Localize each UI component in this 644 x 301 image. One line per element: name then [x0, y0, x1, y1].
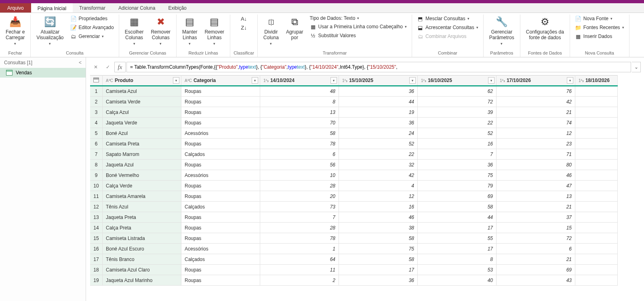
cell-value[interactable]: 19	[339, 107, 418, 118]
cell-value[interactable]	[575, 86, 618, 97]
row-number[interactable]: 16	[90, 244, 103, 254]
cancel-formula-button[interactable]: ✕	[90, 62, 101, 72]
cell-value[interactable]: 13	[260, 107, 339, 118]
row-number[interactable]: 8	[90, 160, 103, 170]
cell-categoria[interactable]: Roupas	[181, 160, 260, 170]
cell-produto[interactable]: Camiseta Azul Claro	[103, 265, 181, 275]
group-by-button[interactable]: ⧉Agrupar por	[284, 15, 306, 42]
cell-categoria[interactable]: Acessórios	[181, 244, 260, 254]
row-number[interactable]: 13	[90, 212, 103, 223]
cell-value[interactable]: 12	[339, 191, 418, 202]
cell-value[interactable]	[575, 107, 618, 118]
cell-value[interactable]: 79	[418, 181, 497, 191]
cell-value[interactable]: 47	[497, 181, 575, 191]
table-row[interactable]: 14Calça PretaRoupas28381715	[90, 223, 618, 233]
data-type-button[interactable]: Tipo de Dados: Texto	[308, 15, 408, 22]
col-header-date1[interactable]: 1²₃14/10/2024▾	[260, 76, 339, 86]
cell-produto[interactable]: Jaqueta Verde	[103, 118, 181, 128]
tab-file[interactable]: Arquivo	[0, 3, 31, 13]
cell-value[interactable]: 72	[497, 233, 575, 244]
cell-categoria[interactable]: Roupas	[181, 118, 260, 128]
cell-categoria[interactable]: Acessórios	[181, 170, 260, 181]
col-header-date4[interactable]: 1²₃17/10/2026▾	[497, 76, 575, 86]
data-source-settings-button[interactable]: ⚙Configurações da fonte de dados	[524, 15, 566, 42]
expand-formula-button[interactable]: ⌄	[632, 62, 641, 72]
advanced-editor-button[interactable]: 📝Editor Avançado	[69, 23, 116, 32]
cell-value[interactable]	[575, 223, 618, 233]
sort-desc-button[interactable]: Z↓	[239, 23, 248, 32]
cell-produto[interactable]: Camiseta Amarela	[103, 191, 181, 202]
col-header-date3[interactable]: 1²₃16/10/2025▾	[418, 76, 497, 86]
cell-categoria[interactable]: Roupas	[181, 97, 260, 107]
cell-value[interactable]: 11	[260, 265, 339, 275]
row-number[interactable]: 2	[90, 97, 103, 107]
remove-rows-button[interactable]: ▤Remover Linhas	[202, 15, 227, 47]
cell-categoria[interactable]: Roupas	[181, 181, 260, 191]
split-column-button[interactable]: ⎅Dividir Coluna	[261, 15, 281, 47]
cell-value[interactable]: 13	[497, 191, 575, 202]
table-menu-button[interactable]	[90, 76, 103, 86]
cell-produto[interactable]: Tênis Branco	[103, 254, 181, 265]
filter-button[interactable]: ▾	[567, 77, 573, 84]
properties-button[interactable]: 📄Propriedades	[69, 15, 116, 23]
cell-value[interactable]: 75	[418, 170, 497, 181]
cell-value[interactable]: 70	[260, 118, 339, 128]
filter-button[interactable]: ▾	[330, 77, 337, 84]
cell-value[interactable]: 24	[339, 128, 418, 139]
cell-value[interactable]	[575, 254, 618, 265]
row-number[interactable]: 12	[90, 202, 103, 212]
cell-value[interactable]	[575, 139, 618, 149]
cell-value[interactable]: 43	[497, 275, 575, 286]
table-row[interactable]: 12Tênis AzulCalçados73165821	[90, 202, 618, 212]
tab-transform[interactable]: Transformar	[73, 3, 112, 13]
cell-value[interactable]: 80	[497, 160, 575, 170]
row-number[interactable]: 17	[90, 254, 103, 265]
tab-add-column[interactable]: Adicionar Coluna	[112, 3, 162, 13]
table-row[interactable]: 13Jaqueta PretaRoupas7464437	[90, 212, 618, 223]
cell-value[interactable]: 4	[339, 181, 418, 191]
cell-value[interactable]	[575, 275, 618, 286]
cell-value[interactable]: 55	[418, 233, 497, 244]
table-row[interactable]: 17Tênis BrancoCalçados6458821	[90, 254, 618, 265]
cell-value[interactable]: 39	[418, 107, 497, 118]
cell-value[interactable]: 58	[418, 202, 497, 212]
cell-value[interactable]: 36	[339, 275, 418, 286]
cell-value[interactable]: 7	[260, 212, 339, 223]
cell-produto[interactable]: Jaqueta Azul	[103, 160, 181, 170]
table-row[interactable]: 16Boné Azul EscuroAcessórios175176	[90, 244, 618, 254]
row-number[interactable]: 3	[90, 107, 103, 118]
cell-value[interactable]: 21	[497, 107, 575, 118]
row-number[interactable]: 19	[90, 275, 103, 286]
cell-value[interactable]: 20	[260, 191, 339, 202]
cell-categoria[interactable]: Roupas	[181, 212, 260, 223]
cell-value[interactable]: 8	[260, 97, 339, 107]
cell-produto[interactable]: Jaqueta Preta	[103, 212, 181, 223]
cell-value[interactable]: 46	[339, 212, 418, 223]
cell-value[interactable]: 38	[339, 223, 418, 233]
filter-button[interactable]: ▾	[252, 77, 258, 84]
cell-produto[interactable]: Calça Azul	[103, 107, 181, 118]
cell-categoria[interactable]: Calçados	[181, 202, 260, 212]
cell-value[interactable]	[575, 233, 618, 244]
cell-produto[interactable]: Sapato Marrom	[103, 149, 181, 160]
row-number[interactable]: 15	[90, 233, 103, 244]
table-row[interactable]: 18Camiseta Azul ClaroRoupas11175369	[90, 265, 618, 275]
first-row-headers-button[interactable]: ▦Usar a Primeira Linha como Cabeçalho	[308, 23, 408, 31]
cell-value[interactable]: 40	[418, 275, 497, 286]
row-number[interactable]: 4	[90, 118, 103, 128]
cell-value[interactable]: 58	[260, 128, 339, 139]
cell-value[interactable]: 73	[260, 202, 339, 212]
cell-categoria[interactable]: Calçados	[181, 149, 260, 160]
col-header-categoria[interactable]: AᴮCCategoria▾	[181, 76, 260, 86]
cell-value[interactable]: 58	[339, 254, 418, 265]
recent-sources-button[interactable]: 📁Fontes Recentes	[573, 23, 626, 32]
filter-button[interactable]: ▾	[173, 77, 179, 84]
query-item-vendas[interactable]: Vendas	[0, 68, 86, 78]
cell-value[interactable]: 23	[497, 139, 575, 149]
cell-value[interactable]: 71	[497, 149, 575, 160]
row-number[interactable]: 11	[90, 191, 103, 202]
fx-button[interactable]: fx	[114, 62, 126, 72]
cell-value[interactable]: 7	[418, 149, 497, 160]
collapse-pane-icon[interactable]: <	[79, 60, 82, 65]
formula-input[interactable]: = Table.TransformColumnTypes(Fonte,{{"Pr…	[126, 62, 631, 72]
